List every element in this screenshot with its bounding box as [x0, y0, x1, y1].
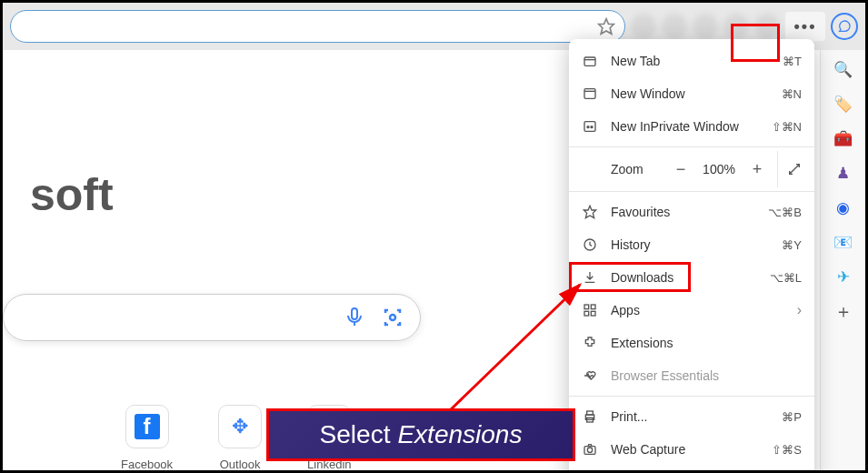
extensions-icon — [582, 335, 598, 351]
favorite-star-icon[interactable] — [597, 17, 615, 35]
more-menu-button[interactable]: ••• — [785, 12, 825, 41]
menu-zoom: Zoom − 100% + — [569, 151, 814, 187]
facebook-icon: f — [135, 414, 160, 439]
svg-marker-0 — [599, 19, 614, 35]
banner-text-b: Extensions — [397, 420, 522, 449]
menu-apps[interactable]: Apps › — [569, 294, 814, 327]
menu-new-tab[interactable]: New Tab ⌘T — [569, 45, 814, 77]
window-icon — [582, 86, 598, 102]
menu-shortcut: ⌥⌘B — [768, 206, 802, 219]
address-bar[interactable] — [10, 10, 625, 43]
zoom-in-button[interactable]: + — [746, 158, 768, 180]
apps-icon — [582, 302, 598, 318]
svg-rect-1 — [352, 308, 357, 319]
outlook-icon: ✥ — [232, 415, 248, 438]
svg-rect-11 — [591, 305, 595, 309]
svg-rect-13 — [591, 311, 595, 316]
menu-label: Extensions — [611, 336, 802, 350]
menu-shortcut: ⇧⌘S — [772, 443, 802, 457]
search-icon[interactable]: 🔍 — [833, 59, 853, 79]
svg-rect-12 — [584, 311, 589, 316]
fullscreen-button[interactable] — [777, 151, 802, 187]
settings-menu: New Tab ⌘T New Window ⌘N New InPrivate W… — [569, 39, 814, 473]
svg-rect-3 — [584, 57, 595, 65]
extension-pill-icon[interactable] — [754, 14, 780, 39]
menu-label: Browser Essentials — [611, 368, 802, 383]
telegram-icon[interactable]: ✈ — [833, 267, 853, 287]
svg-rect-5 — [584, 122, 595, 132]
microphone-icon[interactable] — [344, 307, 365, 328]
menu-print[interactable]: Print... ⌘P — [569, 400, 814, 433]
menu-browser-essentials[interactable]: Browser Essentials — [569, 359, 814, 392]
star-icon — [582, 204, 598, 220]
menu-separator — [569, 146, 814, 147]
menu-label: Favourites — [611, 205, 755, 219]
svg-point-7 — [591, 126, 593, 128]
games-icon[interactable]: ♟ — [833, 163, 853, 183]
menu-shortcut: ⌘Y — [782, 238, 802, 252]
brand-text-fragment: soft — [30, 168, 114, 221]
menu-label: New Window — [611, 86, 769, 101]
menu-separator — [569, 191, 814, 192]
annotation-banner: Select Extensions — [266, 408, 575, 461]
menu-separator — [569, 469, 814, 470]
menu-extensions[interactable]: Extensions — [569, 327, 814, 359]
menu-label: History — [611, 237, 769, 252]
menu-new-inprivate[interactable]: New InPrivate Window ⇧⌘N — [569, 110, 814, 143]
menu-history[interactable]: History ⌘Y — [569, 228, 814, 261]
extension-pill-icon[interactable] — [723, 14, 749, 39]
outlook-sidebar-icon[interactable]: 📧 — [833, 232, 853, 252]
zoom-out-button[interactable]: − — [670, 158, 692, 180]
inprivate-icon — [582, 118, 598, 135]
edge-sidebar: 🔍 🏷️ 🧰 ♟ ◉ 📧 ✈ ＋ — [820, 50, 865, 470]
image-search-icon[interactable] — [382, 307, 404, 328]
menu-shortcut: ⌘N — [782, 87, 802, 101]
svg-point-6 — [587, 126, 589, 128]
extension-pill-icon[interactable] — [662, 14, 687, 39]
download-icon — [582, 269, 598, 286]
menu-shortcut: ⌥⌘L — [770, 271, 802, 285]
microsoft-365-icon[interactable]: ◉ — [833, 197, 853, 217]
menu-shortcut: ⌘P — [782, 410, 802, 424]
zoom-label: Zoom — [582, 162, 661, 176]
svg-rect-10 — [584, 305, 589, 309]
menu-web-capture[interactable]: Web Capture ⇧⌘S — [569, 433, 814, 466]
quicklink-facebook[interactable]: f Facebook — [121, 405, 173, 471]
history-icon — [582, 236, 598, 253]
menu-label: Print... — [611, 409, 769, 424]
menu-new-window[interactable]: New Window ⌘N — [569, 77, 814, 110]
svg-rect-15 — [587, 411, 594, 415]
menu-label: New InPrivate Window — [611, 119, 759, 134]
menu-favourites[interactable]: Favourites ⌥⌘B — [569, 196, 814, 228]
tab-icon — [582, 53, 598, 69]
printer-icon — [582, 408, 598, 425]
quicklink-outlook[interactable]: ✥ Outlook — [218, 405, 262, 471]
svg-marker-8 — [584, 206, 595, 217]
svg-point-2 — [390, 315, 395, 320]
search-box[interactable] — [3, 294, 421, 341]
banner-text-a: Select — [320, 420, 391, 449]
add-sidebar-icon[interactable]: ＋ — [833, 301, 853, 321]
menu-shortcut: ⌘T — [783, 55, 802, 68]
svg-point-18 — [587, 448, 592, 452]
menu-label: New Tab — [611, 54, 770, 68]
heart-pulse-icon — [582, 367, 598, 384]
quicklink-label: Outlook — [220, 458, 261, 471]
zoom-value: 100% — [701, 162, 737, 176]
menu-label: Apps — [611, 303, 784, 317]
camera-icon — [582, 441, 598, 458]
extension-pill-icon[interactable] — [693, 14, 718, 39]
menu-label: Downloads — [611, 270, 757, 285]
menu-downloads[interactable]: Downloads ⌥⌘L — [569, 261, 814, 294]
quicklink-label: Facebook — [121, 458, 173, 471]
tools-icon[interactable]: 🧰 — [833, 128, 853, 148]
shopping-tag-icon[interactable]: 🏷️ — [833, 94, 853, 114]
extension-pill-icon[interactable] — [631, 14, 656, 39]
menu-separator — [569, 396, 814, 397]
svg-rect-4 — [584, 89, 595, 99]
menu-shortcut: ⇧⌘N — [772, 120, 802, 134]
bing-chat-icon[interactable] — [831, 13, 858, 40]
chevron-right-icon: › — [797, 302, 802, 318]
ellipsis-icon: ••• — [794, 17, 817, 36]
menu-label: Web Capture — [611, 442, 759, 457]
